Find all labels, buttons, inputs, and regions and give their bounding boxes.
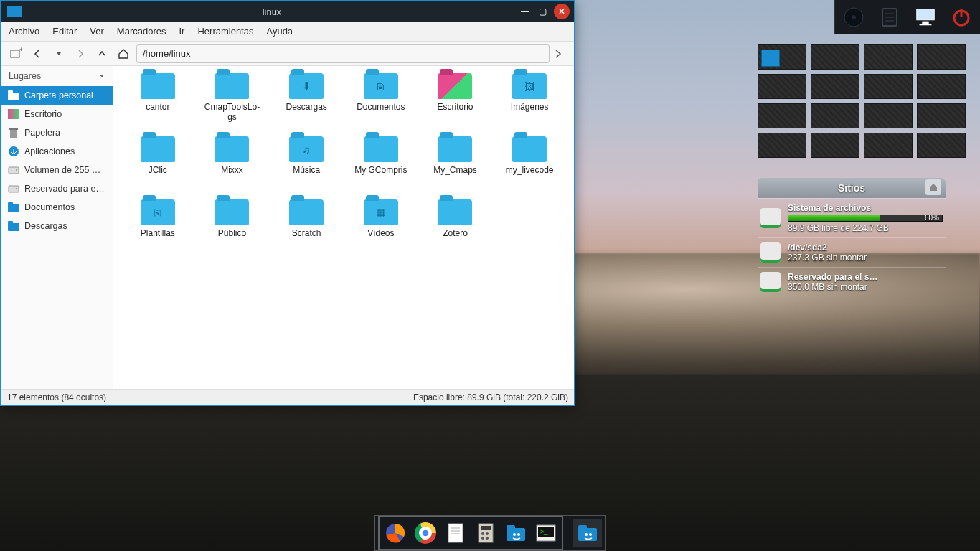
- minimize-button[interactable]: —: [517, 3, 534, 20]
- menu-marcadores[interactable]: Marcadores: [117, 26, 166, 37]
- sidebar-item-4[interactable]: Volumen de 255 …: [1, 161, 113, 179]
- places-drive-1[interactable]: /dev/sda2237.3 GB sin montar: [758, 237, 946, 267]
- svg-rect-13: [8, 93, 19, 100]
- folder-label: My GCompris: [354, 165, 407, 175]
- menu-herramientas[interactable]: Herramientas: [197, 26, 253, 37]
- folder-My-GCompris[interactable]: My GCompris: [344, 136, 418, 195]
- launcher-firefox[interactable]: [382, 520, 408, 546]
- address-bar[interactable]: /home/linux: [136, 44, 550, 63]
- forward-button[interactable]: [72, 45, 89, 62]
- workspace-10[interactable]: [811, 103, 859, 128]
- drive-title: Reservado para el s…: [788, 272, 943, 282]
- places-drive-2[interactable]: Reservado para el s…350.0 MB sin montar: [758, 267, 946, 296]
- sidebar-item-7[interactable]: Descargas: [1, 217, 113, 235]
- sidebar-item-3[interactable]: Aplicaciones: [1, 142, 113, 161]
- workspace-13[interactable]: [758, 133, 806, 158]
- sidebar-item-1[interactable]: Escritorio: [1, 105, 113, 123]
- folder-Vídeos[interactable]: ▦Vídeos: [344, 199, 418, 258]
- folder-icon: ⬇: [289, 73, 324, 99]
- launcher-calculator[interactable]: [473, 520, 499, 546]
- sidebar-header[interactable]: Lugares: [1, 66, 113, 86]
- media-disk-icon[interactable]: [842, 6, 865, 29]
- menu-ayuda[interactable]: Ayuda: [266, 26, 293, 37]
- svg-rect-14: [8, 90, 13, 93]
- menu-ir[interactable]: Ir: [179, 26, 184, 37]
- folder-Documentos[interactable]: 🗎Documentos: [344, 73, 418, 132]
- svg-text:>_: >_: [540, 528, 548, 535]
- folder-JClic[interactable]: JClic: [121, 136, 195, 195]
- folder-icon: [215, 73, 249, 99]
- launcher-terminal[interactable]: >_: [533, 520, 559, 546]
- sidebar-header-label: Lugares: [9, 71, 41, 81]
- launcher-text-editor[interactable]: [443, 520, 468, 546]
- folder-Mixxx[interactable]: Mixxx: [195, 136, 270, 195]
- desktop-icon: [7, 108, 20, 120]
- back-button[interactable]: [29, 45, 46, 62]
- svg-rect-16: [10, 130, 17, 138]
- workspace-5[interactable]: [758, 74, 806, 99]
- workspace-15[interactable]: [864, 133, 913, 158]
- taskbar-running-app[interactable]: [573, 519, 602, 547]
- history-dropdown[interactable]: [50, 45, 67, 62]
- workspace-7[interactable]: [864, 74, 913, 99]
- svg-rect-26: [8, 221, 13, 224]
- go-button[interactable]: [554, 49, 568, 59]
- folder-Música[interactable]: ♫Música: [269, 136, 344, 195]
- folder-Escritorio[interactable]: Escritorio: [418, 73, 493, 132]
- folder-Imágenes[interactable]: 🖼Imágenes: [492, 73, 567, 132]
- computer-icon[interactable]: [914, 6, 937, 29]
- workspace-8[interactable]: [917, 74, 966, 99]
- menu-editar[interactable]: Editar: [52, 26, 77, 37]
- launcher-file-manager[interactable]: [503, 520, 529, 546]
- drive-subtitle: 89.9 GB libre de 224.7 GB: [788, 223, 943, 233]
- up-button[interactable]: [93, 45, 110, 62]
- sidebar-item-2[interactable]: Papelera: [1, 123, 113, 142]
- folder-my_livecode[interactable]: my_livecode: [492, 136, 567, 195]
- workspace-14[interactable]: [811, 133, 859, 158]
- menu-ver[interactable]: Ver: [90, 26, 104, 37]
- sidebar-item-0[interactable]: Carpeta personal: [1, 86, 113, 105]
- folder-My_Cmaps[interactable]: My_Cmaps: [418, 136, 493, 195]
- svg-point-54: [589, 533, 592, 536]
- maximize-button[interactable]: ▢: [534, 3, 551, 20]
- places-drive-0[interactable]: Sistema de archivos60%89.9 GB libre de 2…: [758, 198, 946, 237]
- workspace-4[interactable]: [917, 44, 966, 70]
- close-button[interactable]: ✕: [554, 4, 570, 19]
- clipboard-icon[interactable]: [878, 6, 901, 29]
- workspace-6[interactable]: [811, 74, 859, 99]
- folder-cantor[interactable]: cantor: [121, 73, 195, 132]
- power-icon[interactable]: [950, 6, 973, 29]
- workspace-3[interactable]: [864, 44, 913, 70]
- folder-label: Scratch: [292, 228, 321, 238]
- folder-label: Público: [218, 228, 246, 238]
- menu-archivo[interactable]: Archivo: [9, 26, 39, 37]
- titlebar[interactable]: linux — ▢ ✕: [1, 1, 574, 22]
- statusbar-right: Espacio libre: 89.9 GiB (total: 220.2 Gi…: [413, 392, 568, 402]
- folder-label: Música: [293, 165, 320, 175]
- home-button[interactable]: [115, 45, 132, 62]
- chevron-down-icon: [98, 72, 105, 80]
- folder-CmapToolsLo--gs[interactable]: CmapToolsLo- gs: [195, 73, 270, 132]
- workspace-11[interactable]: [864, 103, 913, 128]
- folder-Plantillas[interactable]: ⎘Plantillas: [121, 199, 195, 258]
- workspace-12[interactable]: [917, 103, 966, 128]
- folder-Público[interactable]: Público: [195, 199, 270, 258]
- folder-Scratch[interactable]: Scratch: [269, 199, 344, 258]
- svg-rect-24: [8, 202, 13, 205]
- home-icon[interactable]: [925, 179, 941, 195]
- folder-Zotero[interactable]: Zotero: [418, 199, 493, 258]
- folder-Descargas[interactable]: ⬇Descargas: [269, 73, 344, 132]
- sidebar-item-6[interactable]: Documentos: [1, 198, 113, 217]
- workspace-1[interactable]: [758, 44, 806, 70]
- workspace-16[interactable]: [917, 133, 966, 158]
- sidebar-item-5[interactable]: Reservado para e…: [1, 179, 113, 198]
- drive-icon: [7, 183, 20, 194]
- launcher-chrome[interactable]: [413, 520, 438, 546]
- new-tab-button[interactable]: +: [7, 45, 24, 62]
- svg-point-40: [481, 532, 484, 535]
- workspace-2[interactable]: [811, 44, 859, 70]
- drive-icon: [760, 272, 781, 292]
- workspace-9[interactable]: [758, 103, 806, 128]
- folder-icon: [289, 199, 324, 225]
- folder-view[interactable]: cantorCmapToolsLo- gs⬇Descargas🗎Document…: [113, 66, 574, 389]
